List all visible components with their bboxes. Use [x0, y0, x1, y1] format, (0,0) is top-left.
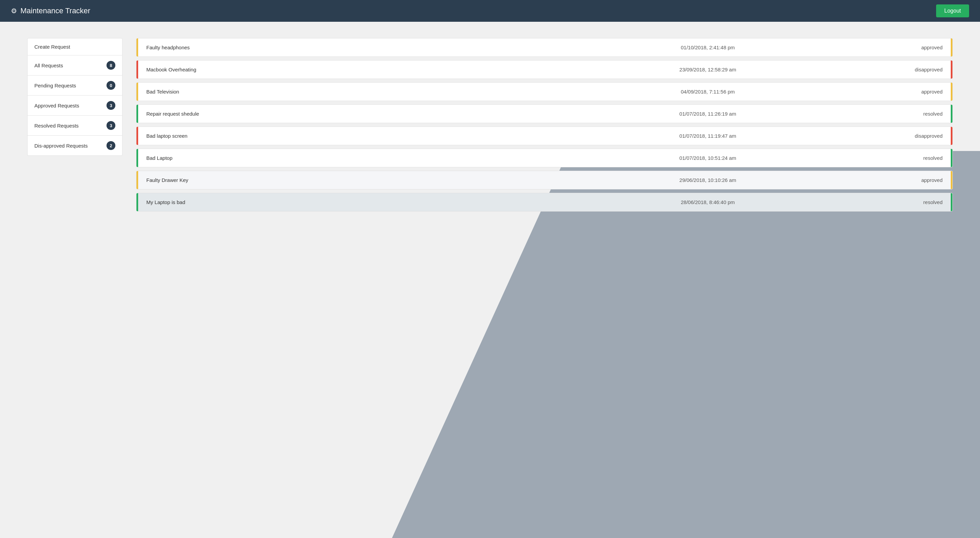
sidebar-item-pending-requests[interactable]: Pending Requests 0 [27, 76, 123, 95]
request-title: Macbook Overheating [146, 67, 520, 73]
sidebar-label-resolved-requests: Resolved Requests [34, 123, 79, 129]
request-date: 29/06/2018, 10:10:26 am [520, 177, 895, 183]
request-card-body: Bad Laptop01/07/2018, 10:51:24 amresolve… [138, 149, 951, 167]
table-row[interactable]: Repair request shedule01/07/2018, 11:26:… [136, 105, 953, 123]
request-title: Bad Television [146, 89, 520, 95]
sidebar-label-approved-requests: Approved Requests [34, 103, 79, 108]
request-title: Faulty Drawer Key [146, 177, 520, 183]
sidebar-item-all-requests[interactable]: All Requests 8 [27, 56, 123, 76]
status-right-bar [951, 83, 953, 101]
app-title: Maintenance Tracker [21, 6, 90, 15]
request-status: resolved [895, 199, 943, 205]
request-date: 01/07/2018, 10:51:24 am [520, 155, 895, 161]
sidebar-badge-resolved-requests: 3 [107, 121, 115, 130]
request-date: 01/10/2018, 2:41:48 pm [520, 44, 895, 50]
status-right-bar [951, 127, 953, 145]
requests-list: Faulty headphones01/10/2018, 2:41:48 pma… [136, 38, 953, 522]
request-status: approved [895, 44, 943, 50]
sidebar-badge-approved-requests: 3 [107, 101, 115, 110]
sidebar-label-pending-requests: Pending Requests [34, 83, 76, 89]
request-date: 28/06/2018, 8:46:40 pm [520, 199, 895, 205]
request-date: 01/07/2018, 11:19:47 am [520, 133, 895, 139]
request-date: 04/09/2018, 7:11:56 pm [520, 89, 895, 95]
app-header: ⚙ Maintenance Tracker Logout [0, 0, 980, 22]
request-status: disapproved [895, 67, 943, 73]
main-content: Create Request All Requests 8 Pending Re… [0, 22, 980, 538]
table-row[interactable]: Bad Laptop01/07/2018, 10:51:24 amresolve… [136, 149, 953, 167]
request-title: My Laptop is bad [146, 199, 520, 205]
table-row[interactable]: Bad Television04/09/2018, 7:11:56 pmappr… [136, 82, 953, 101]
status-right-bar [951, 193, 953, 211]
status-right-bar [951, 38, 953, 56]
status-right-bar [951, 60, 953, 79]
request-status: resolved [895, 155, 943, 161]
table-row[interactable]: Faulty headphones01/10/2018, 2:41:48 pma… [136, 38, 953, 57]
request-title: Repair request shedule [146, 111, 520, 117]
request-status: disapproved [895, 133, 943, 139]
table-row[interactable]: My Laptop is bad28/06/2018, 8:46:40 pmre… [136, 193, 953, 211]
sidebar-item-disapproved-requests[interactable]: Dis-approved Requests 2 [27, 136, 123, 156]
sidebar-label-create-request: Create Request [34, 44, 70, 50]
request-card-body: Bad laptop screen01/07/2018, 11:19:47 am… [138, 127, 951, 145]
request-status: resolved [895, 111, 943, 117]
logout-button[interactable]: Logout [936, 5, 969, 17]
sidebar-badge-disapproved-requests: 2 [107, 141, 115, 150]
request-status: approved [895, 89, 943, 95]
sidebar: Create Request All Requests 8 Pending Re… [27, 38, 123, 522]
status-right-bar [951, 149, 953, 167]
status-right-bar [951, 171, 953, 189]
table-row[interactable]: Bad laptop screen01/07/2018, 11:19:47 am… [136, 127, 953, 145]
sidebar-item-approved-requests[interactable]: Approved Requests 3 [27, 95, 123, 116]
table-row[interactable]: Macbook Overheating23/09/2018, 12:58:29 … [136, 60, 953, 79]
app-title-container: ⚙ Maintenance Tracker [11, 6, 90, 15]
table-row[interactable]: Faulty Drawer Key29/06/2018, 10:10:26 am… [136, 171, 953, 189]
request-title: Bad laptop screen [146, 133, 520, 139]
request-card-body: Faulty headphones01/10/2018, 2:41:48 pma… [138, 38, 951, 56]
request-title: Faulty headphones [146, 44, 520, 50]
request-date: 23/09/2018, 12:58:29 am [520, 67, 895, 73]
request-card-body: My Laptop is bad28/06/2018, 8:46:40 pmre… [138, 193, 951, 211]
sidebar-label-disapproved-requests: Dis-approved Requests [34, 143, 88, 149]
sidebar-badge-all-requests: 8 [107, 61, 115, 70]
sidebar-item-resolved-requests[interactable]: Resolved Requests 3 [27, 116, 123, 136]
status-right-bar [951, 105, 953, 123]
request-date: 01/07/2018, 11:26:19 am [520, 111, 895, 117]
request-status: approved [895, 177, 943, 183]
request-card-body: Macbook Overheating23/09/2018, 12:58:29 … [138, 60, 951, 79]
wrench-icon: ⚙ [11, 7, 17, 15]
sidebar-badge-pending-requests: 0 [107, 81, 115, 90]
sidebar-label-all-requests: All Requests [34, 63, 63, 68]
request-card-body: Repair request shedule01/07/2018, 11:26:… [138, 105, 951, 123]
request-title: Bad Laptop [146, 155, 520, 161]
sidebar-item-create-request[interactable]: Create Request [27, 38, 123, 56]
request-card-body: Faulty Drawer Key29/06/2018, 10:10:26 am… [138, 171, 951, 189]
request-card-body: Bad Television04/09/2018, 7:11:56 pmappr… [138, 83, 951, 101]
